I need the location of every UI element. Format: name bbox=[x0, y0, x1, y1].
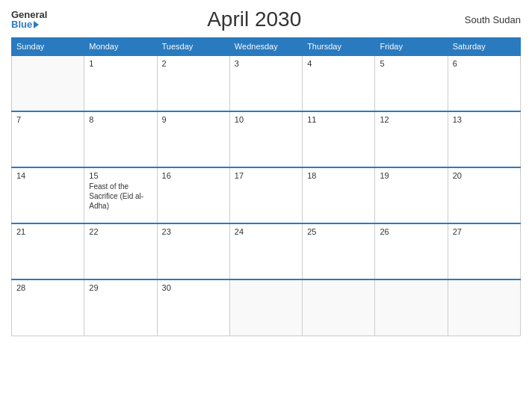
calendar-cell: 2 bbox=[157, 55, 229, 111]
day-number: 30 bbox=[162, 283, 225, 292]
calendar-cell: 16 bbox=[157, 167, 229, 223]
calendar-cell: 23 bbox=[157, 223, 229, 279]
day-number: 15 bbox=[89, 171, 152, 180]
day-number: 16 bbox=[162, 171, 225, 180]
day-number: 2 bbox=[162, 59, 225, 68]
logo-blue-text: Blue bbox=[11, 19, 39, 29]
calendar-week-3: 1415Feast of the Sacrifice (Eid al-Adha)… bbox=[12, 167, 521, 223]
calendar-cell: 9 bbox=[157, 111, 229, 167]
calendar-cell: 19 bbox=[375, 167, 448, 223]
calendar-cell: 10 bbox=[229, 111, 302, 167]
day-number: 29 bbox=[89, 283, 152, 292]
calendar-cell bbox=[229, 279, 302, 336]
day-number: 8 bbox=[89, 115, 152, 124]
calendar-cell bbox=[375, 279, 448, 336]
col-header-saturday: Saturday bbox=[448, 38, 520, 56]
day-number: 27 bbox=[453, 227, 516, 236]
calendar-cell: 27 bbox=[448, 223, 520, 279]
calendar-cell: 14 bbox=[12, 167, 84, 223]
page: General Blue April 2030 South Sudan Sund… bbox=[0, 0, 532, 411]
calendar-cell: 29 bbox=[84, 279, 157, 336]
calendar-week-5: 282930 bbox=[12, 279, 521, 336]
day-number: 5 bbox=[380, 59, 442, 68]
calendar-event: Feast of the Sacrifice (Eid al-Adha) bbox=[89, 182, 152, 211]
day-number: 19 bbox=[380, 171, 442, 180]
calendar-cell: 24 bbox=[229, 223, 302, 279]
day-number: 18 bbox=[307, 171, 370, 180]
calendar-cell: 26 bbox=[375, 223, 448, 279]
day-number: 20 bbox=[453, 171, 516, 180]
col-header-sunday: Sunday bbox=[12, 38, 84, 56]
calendar-cell: 21 bbox=[12, 223, 84, 279]
calendar-cell: 3 bbox=[229, 55, 302, 111]
header: General Blue April 2030 South Sudan bbox=[11, 7, 521, 31]
day-number: 7 bbox=[16, 115, 79, 124]
calendar-week-1: 123456 bbox=[12, 55, 521, 111]
calendar-cell bbox=[12, 55, 84, 111]
calendar-cell: 15Feast of the Sacrifice (Eid al-Adha) bbox=[84, 167, 157, 223]
col-header-friday: Friday bbox=[375, 38, 448, 56]
calendar-week-4: 21222324252627 bbox=[12, 223, 521, 279]
calendar-cell bbox=[303, 279, 375, 336]
day-number: 13 bbox=[453, 115, 516, 124]
calendar-cell: 20 bbox=[448, 167, 520, 223]
day-number: 25 bbox=[307, 227, 370, 236]
calendar-cell: 18 bbox=[303, 167, 375, 223]
col-header-wednesday: Wednesday bbox=[229, 38, 302, 56]
calendar-cell: 11 bbox=[303, 111, 375, 167]
day-number: 10 bbox=[235, 115, 297, 124]
calendar-cell: 12 bbox=[375, 111, 448, 167]
calendar-cell: 1 bbox=[84, 55, 157, 111]
day-number: 3 bbox=[235, 59, 297, 68]
calendar-cell: 28 bbox=[12, 279, 84, 336]
day-number: 23 bbox=[162, 227, 225, 236]
day-number: 21 bbox=[16, 227, 79, 236]
region-label: South Sudan bbox=[461, 14, 521, 25]
calendar-cell: 8 bbox=[84, 111, 157, 167]
day-number: 24 bbox=[235, 227, 297, 236]
day-number: 14 bbox=[16, 171, 79, 180]
col-header-monday: Monday bbox=[84, 38, 157, 56]
calendar-cell: 30 bbox=[157, 279, 229, 336]
day-number: 26 bbox=[380, 227, 442, 236]
calendar-cell: 7 bbox=[12, 111, 84, 167]
logo-triangle-icon bbox=[34, 21, 39, 28]
day-number: 28 bbox=[16, 283, 79, 292]
col-header-tuesday: Tuesday bbox=[157, 38, 229, 56]
day-number: 9 bbox=[162, 115, 225, 124]
calendar-cell: 25 bbox=[303, 223, 375, 279]
calendar-cell: 17 bbox=[229, 167, 302, 223]
day-number: 22 bbox=[89, 227, 152, 236]
calendar-cell: 13 bbox=[448, 111, 520, 167]
col-header-thursday: Thursday bbox=[303, 38, 375, 56]
calendar-cell: 22 bbox=[84, 223, 157, 279]
calendar-table: SundayMondayTuesdayWednesdayThursdayFrid… bbox=[11, 37, 521, 336]
day-number: 17 bbox=[235, 171, 297, 180]
calendar-week-2: 78910111213 bbox=[12, 111, 521, 167]
calendar-header-row: SundayMondayTuesdayWednesdayThursdayFrid… bbox=[12, 38, 521, 56]
calendar-cell: 6 bbox=[448, 55, 520, 111]
logo: General Blue bbox=[11, 10, 47, 29]
calendar-title: April 2030 bbox=[47, 7, 461, 31]
day-number: 6 bbox=[453, 59, 516, 68]
day-number: 4 bbox=[307, 59, 370, 68]
day-number: 1 bbox=[89, 59, 152, 68]
day-number: 12 bbox=[380, 115, 442, 124]
day-number: 11 bbox=[307, 115, 370, 124]
calendar-cell: 4 bbox=[303, 55, 375, 111]
calendar-cell: 5 bbox=[375, 55, 448, 111]
calendar-cell bbox=[448, 279, 520, 336]
